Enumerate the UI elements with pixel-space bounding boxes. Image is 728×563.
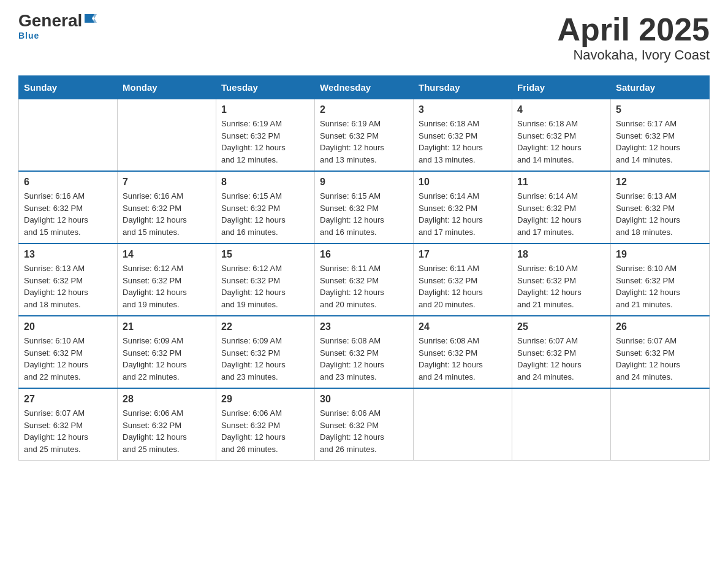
calendar-cell: 5Sunrise: 6:17 AMSunset: 6:32 PMDaylight…	[611, 99, 710, 172]
day-info: Sunrise: 6:11 AMSunset: 6:32 PMDaylight:…	[320, 262, 408, 310]
calendar-cell: 30Sunrise: 6:06 AMSunset: 6:32 PMDayligh…	[315, 388, 414, 461]
calendar-cell: 18Sunrise: 6:10 AMSunset: 6:32 PMDayligh…	[512, 243, 611, 316]
day-number: 23	[320, 321, 408, 332]
day-info: Sunrise: 6:19 AMSunset: 6:32 PMDaylight:…	[221, 118, 309, 166]
day-info: Sunrise: 6:07 AMSunset: 6:32 PMDaylight:…	[24, 407, 112, 455]
calendar-cell: 17Sunrise: 6:11 AMSunset: 6:32 PMDayligh…	[414, 243, 512, 316]
day-number: 4	[517, 104, 605, 115]
day-number: 20	[24, 321, 112, 332]
day-info: Sunrise: 6:17 AMSunset: 6:32 PMDaylight:…	[616, 118, 704, 166]
day-info: Sunrise: 6:18 AMSunset: 6:32 PMDaylight:…	[517, 118, 605, 166]
day-number: 5	[616, 104, 704, 115]
title-block: April 2025 Navokaha, Ivory Coast	[557, 12, 710, 63]
day-info: Sunrise: 6:12 AMSunset: 6:32 PMDaylight:…	[221, 262, 309, 310]
day-info: Sunrise: 6:08 AMSunset: 6:32 PMDaylight:…	[419, 335, 507, 383]
calendar-cell: 1Sunrise: 6:19 AMSunset: 6:32 PMDaylight…	[216, 99, 315, 172]
calendar-cell: 22Sunrise: 6:09 AMSunset: 6:32 PMDayligh…	[216, 316, 315, 388]
calendar-cell: 28Sunrise: 6:06 AMSunset: 6:32 PMDayligh…	[118, 388, 216, 461]
calendar-cell	[118, 99, 216, 172]
calendar-cell: 10Sunrise: 6:14 AMSunset: 6:32 PMDayligh…	[414, 171, 512, 243]
day-number: 30	[320, 394, 408, 405]
day-number: 26	[616, 321, 704, 332]
calendar-cell: 24Sunrise: 6:08 AMSunset: 6:32 PMDayligh…	[414, 316, 512, 388]
day-number: 19	[616, 249, 704, 260]
day-number: 12	[616, 177, 704, 188]
calendar-cell: 25Sunrise: 6:07 AMSunset: 6:32 PMDayligh…	[512, 316, 611, 388]
calendar-cell: 12Sunrise: 6:13 AMSunset: 6:32 PMDayligh…	[611, 171, 710, 243]
day-info: Sunrise: 6:16 AMSunset: 6:32 PMDaylight:…	[24, 190, 112, 238]
day-number: 9	[320, 177, 408, 188]
calendar-cell: 6Sunrise: 6:16 AMSunset: 6:32 PMDaylight…	[19, 171, 118, 243]
day-number: 1	[221, 104, 309, 115]
day-info: Sunrise: 6:15 AMSunset: 6:32 PMDaylight:…	[221, 190, 309, 238]
logo-flag-icon	[83, 12, 97, 25]
calendar-cell: 27Sunrise: 6:07 AMSunset: 6:32 PMDayligh…	[19, 388, 118, 461]
day-info: Sunrise: 6:07 AMSunset: 6:32 PMDaylight:…	[517, 335, 605, 383]
day-number: 24	[419, 321, 507, 332]
calendar-header-thursday: Thursday	[414, 76, 512, 99]
calendar-cell: 4Sunrise: 6:18 AMSunset: 6:32 PMDaylight…	[512, 99, 611, 172]
calendar-cell: 9Sunrise: 6:15 AMSunset: 6:32 PMDaylight…	[315, 171, 414, 243]
day-info: Sunrise: 6:13 AMSunset: 6:32 PMDaylight:…	[24, 262, 112, 310]
calendar-cell: 15Sunrise: 6:12 AMSunset: 6:32 PMDayligh…	[216, 243, 315, 316]
calendar-cell	[512, 388, 611, 461]
calendar-header-friday: Friday	[512, 76, 611, 99]
day-info: Sunrise: 6:12 AMSunset: 6:32 PMDaylight:…	[123, 262, 211, 310]
day-info: Sunrise: 6:06 AMSunset: 6:32 PMDaylight:…	[221, 407, 309, 455]
day-number: 7	[123, 177, 211, 188]
calendar-cell: 13Sunrise: 6:13 AMSunset: 6:32 PMDayligh…	[19, 243, 118, 316]
day-info: Sunrise: 6:09 AMSunset: 6:32 PMDaylight:…	[221, 335, 309, 383]
logo: General Blue	[18, 12, 97, 40]
calendar-cell	[414, 388, 512, 461]
day-number: 15	[221, 249, 309, 260]
calendar-cell: 29Sunrise: 6:06 AMSunset: 6:32 PMDayligh…	[216, 388, 315, 461]
calendar-cell: 23Sunrise: 6:08 AMSunset: 6:32 PMDayligh…	[315, 316, 414, 388]
day-number: 3	[419, 104, 507, 115]
day-number: 14	[123, 249, 211, 260]
day-info: Sunrise: 6:10 AMSunset: 6:32 PMDaylight:…	[24, 335, 112, 383]
day-number: 28	[123, 394, 211, 405]
day-info: Sunrise: 6:14 AMSunset: 6:32 PMDaylight:…	[419, 190, 507, 238]
day-info: Sunrise: 6:15 AMSunset: 6:32 PMDaylight:…	[320, 190, 408, 238]
calendar-cell	[611, 388, 710, 461]
calendar-cell: 14Sunrise: 6:12 AMSunset: 6:32 PMDayligh…	[118, 243, 216, 316]
calendar-cell: 26Sunrise: 6:07 AMSunset: 6:32 PMDayligh…	[611, 316, 710, 388]
calendar-cell: 2Sunrise: 6:19 AMSunset: 6:32 PMDaylight…	[315, 99, 414, 172]
calendar-header-sunday: Sunday	[19, 76, 118, 99]
page-subtitle: Navokaha, Ivory Coast	[557, 47, 710, 63]
day-info: Sunrise: 6:13 AMSunset: 6:32 PMDaylight:…	[616, 190, 704, 238]
calendar-week-row: 27Sunrise: 6:07 AMSunset: 6:32 PMDayligh…	[19, 388, 710, 461]
day-info: Sunrise: 6:14 AMSunset: 6:32 PMDaylight:…	[517, 190, 605, 238]
calendar-header-row: SundayMondayTuesdayWednesdayThursdayFrid…	[19, 76, 710, 99]
day-number: 6	[24, 177, 112, 188]
page-title: April 2025	[557, 12, 710, 47]
calendar-cell: 8Sunrise: 6:15 AMSunset: 6:32 PMDaylight…	[216, 171, 315, 243]
day-number: 21	[123, 321, 211, 332]
day-info: Sunrise: 6:09 AMSunset: 6:32 PMDaylight:…	[123, 335, 211, 383]
logo-blue-text: Blue	[18, 31, 39, 40]
calendar-header-wednesday: Wednesday	[315, 76, 414, 99]
logo-general: General	[18, 12, 82, 29]
day-info: Sunrise: 6:19 AMSunset: 6:32 PMDaylight:…	[320, 118, 408, 166]
calendar-week-row: 1Sunrise: 6:19 AMSunset: 6:32 PMDaylight…	[19, 99, 710, 172]
day-number: 13	[24, 249, 112, 260]
calendar-cell: 3Sunrise: 6:18 AMSunset: 6:32 PMDaylight…	[414, 99, 512, 172]
day-info: Sunrise: 6:08 AMSunset: 6:32 PMDaylight:…	[320, 335, 408, 383]
day-number: 25	[517, 321, 605, 332]
calendar-cell: 7Sunrise: 6:16 AMSunset: 6:32 PMDaylight…	[118, 171, 216, 243]
calendar-header-tuesday: Tuesday	[216, 76, 315, 99]
calendar-header-saturday: Saturday	[611, 76, 710, 99]
day-number: 27	[24, 394, 112, 405]
day-number: 11	[517, 177, 605, 188]
day-info: Sunrise: 6:06 AMSunset: 6:32 PMDaylight:…	[123, 407, 211, 455]
day-info: Sunrise: 6:07 AMSunset: 6:32 PMDaylight:…	[616, 335, 704, 383]
day-info: Sunrise: 6:16 AMSunset: 6:32 PMDaylight:…	[123, 190, 211, 238]
day-number: 2	[320, 104, 408, 115]
calendar-cell: 16Sunrise: 6:11 AMSunset: 6:32 PMDayligh…	[315, 243, 414, 316]
day-info: Sunrise: 6:06 AMSunset: 6:32 PMDaylight:…	[320, 407, 408, 455]
calendar-cell: 20Sunrise: 6:10 AMSunset: 6:32 PMDayligh…	[19, 316, 118, 388]
calendar-header-monday: Monday	[118, 76, 216, 99]
calendar-week-row: 13Sunrise: 6:13 AMSunset: 6:32 PMDayligh…	[19, 243, 710, 316]
day-number: 29	[221, 394, 309, 405]
day-number: 22	[221, 321, 309, 332]
